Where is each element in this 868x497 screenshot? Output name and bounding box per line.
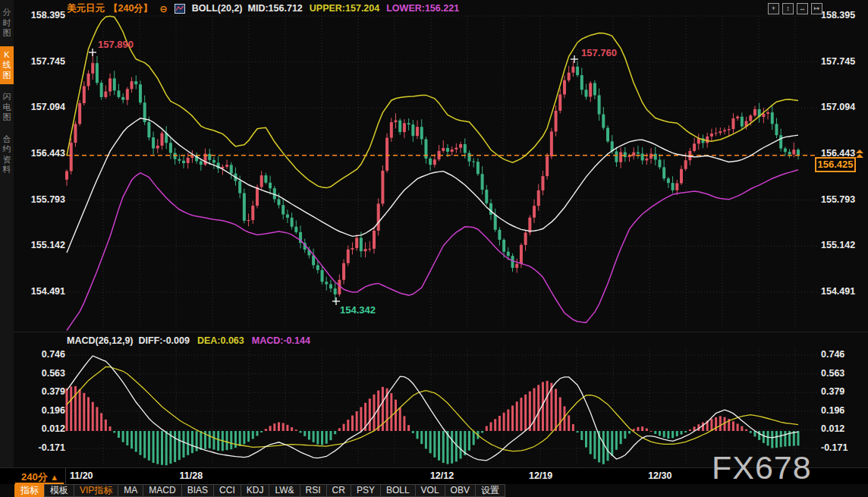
macd-histogram-bar [247,431,250,442]
candle-body [680,169,683,184]
candle-body [589,83,592,96]
toolbar-tab[interactable]: VOL [415,484,445,497]
candle-body [278,199,281,205]
macd-histogram-bar [417,431,419,439]
candle-body [286,215,289,218]
macd-histogram-bar [338,428,341,431]
macd-histogram-bar [212,431,215,449]
candle-body [113,78,116,90]
candle-body [342,263,345,280]
macd-histogram-bar [79,389,81,431]
candle-body [584,90,587,96]
macd-histogram-bar [767,431,769,445]
price-tick-left: 156.443 [18,148,65,159]
macd-histogram-bar [343,424,345,431]
toolbar-tab[interactable]: LW& [269,484,300,497]
candle-body [182,161,185,163]
candle-body [334,288,337,294]
toolbar-tab[interactable]: OBV [445,484,476,497]
macd-histogram-bar [689,429,691,431]
candle-body [719,131,722,133]
macd-histogram-bar [273,423,275,431]
toolbar-tab[interactable]: PSY [351,484,381,497]
boll-lower-line [67,170,798,331]
macd-histogram-bar [291,427,293,431]
scale-vertical-icon[interactable]: ↕ [782,3,794,14]
macd-histogram-bar [161,431,163,465]
collapse-icon[interactable]: ⊖ [159,3,167,14]
toolbar-tab[interactable]: MACD [143,484,181,497]
toolbar-tab[interactable]: CCI [213,484,241,497]
sidebar-item-tab[interactable]: 分时图 [0,4,14,42]
candle-body [117,90,120,97]
macd-histogram-bar [732,421,734,431]
candle-body [489,203,492,215]
macd-histogram-bar [451,431,453,464]
candle-body [364,249,367,251]
move-icon[interactable]: + [768,3,779,14]
toolbar-tab[interactable]: 模板 [44,484,74,497]
candle-body [715,133,718,134]
period-label: 【240分】 [108,2,153,15]
sidebar-item-selected[interactable]: K线图 [0,46,14,85]
macd-histogram-bar [196,431,198,451]
candle-body [706,137,709,143]
macd-histogram-bar [490,422,492,431]
chart-header: 美元日元 【240分】 ⊖ BOLL(20,2) MID:156.712 UPP… [67,2,459,14]
candle-body [381,171,384,204]
candle-body [762,114,765,117]
candle-body [152,137,155,148]
toolbar-tab[interactable]: RSI [300,484,327,497]
macd-histogram-bar [226,431,228,450]
candle-body [91,63,94,74]
timeframe-cell[interactable]: 240分 ▲ [14,468,66,484]
toolbar-tab[interactable]: 指标 [14,484,45,497]
macd-histogram-bar [555,389,557,431]
macd-histogram-bar [105,420,107,431]
candle-body [100,83,103,97]
toolbar-tab[interactable]: CR [326,484,351,497]
corner-icons: +↕↔↦ [768,3,822,14]
indicator-chart-icon [175,4,185,14]
macd-tick-left: 0.196 [18,405,65,416]
macd-histogram-bar [577,431,579,433]
macd-tick-left: 0.379 [18,386,65,397]
timeframe-label[interactable]: 240分 [21,471,48,483]
candle-body [546,156,549,176]
toolbar-tab[interactable]: VIP指标 [74,484,118,497]
sidebar-item-tab[interactable]: 合约资料 [0,131,14,179]
macd-histogram-bar [763,431,765,443]
candlestick-chart-canvas[interactable] [0,0,868,467]
macd-histogram-bar [568,415,570,431]
date-label: 11/28 [170,470,212,481]
candle-body [230,165,233,173]
candle-body [139,84,142,102]
candle-body [373,231,376,249]
macd-histogram-bar [118,431,120,438]
macd-tick-right: 0.196 [821,405,868,416]
candle-body [291,218,294,227]
toolbar-tab[interactable]: BIAS [181,484,214,497]
macd-histogram-bar [780,431,782,447]
sidebar-item-tab[interactable]: 闪电图 [0,88,14,127]
toolbar-tab[interactable]: BOLL [380,484,416,497]
macd-histogram-bar [96,407,98,431]
macd-histogram-bar [373,395,375,431]
timeframe-dropdown-arrow[interactable]: ▲ [50,473,58,482]
toolbar-tab[interactable]: MA [118,484,143,497]
pan-right-icon[interactable]: ↦ [811,3,822,14]
toolbar-tab[interactable]: 设置 [475,484,505,497]
candle-body [446,148,449,152]
candle-body [797,149,800,155]
macd-histogram-bar [83,393,85,431]
scale-horizontal-icon[interactable]: ↔ [797,3,808,14]
macd-histogram-bar [602,431,605,464]
price-annotation: 157.890 [98,39,134,50]
macd-histogram-bar [156,431,159,464]
candle-body [87,74,90,87]
toolbar-tab[interactable]: KDJ [241,484,270,497]
macd-histogram-bar [360,407,362,431]
macd-title: MACD(26,12,9) [67,335,134,346]
candle-body [70,143,73,171]
candle-body [606,127,609,141]
